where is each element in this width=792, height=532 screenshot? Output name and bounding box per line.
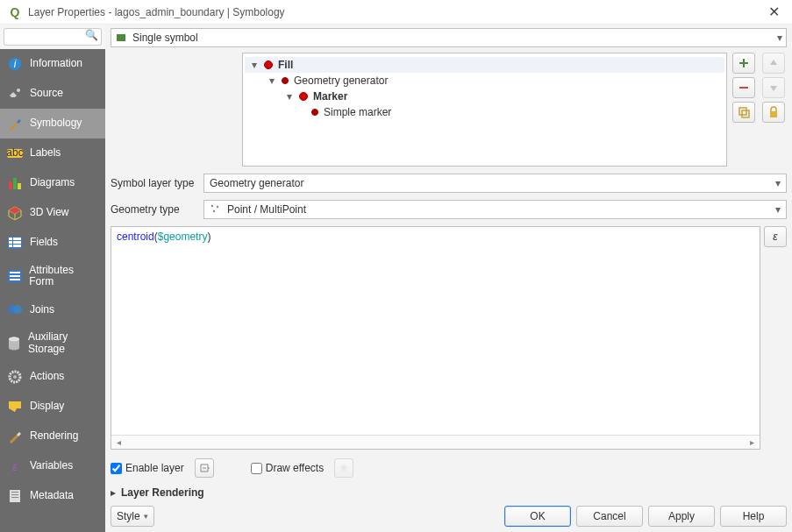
sidebar-item-variables[interactable]: εVariables — [0, 451, 105, 481]
expand-icon: ▸ — [111, 486, 116, 499]
enable-layer-checkbox[interactable]: Enable layer — [111, 462, 184, 474]
svg-rect-16 — [10, 272, 20, 273]
point-icon — [210, 203, 222, 216]
draw-effects-input[interactable] — [251, 463, 262, 474]
sidebar-item-symbology[interactable]: Symbology — [0, 109, 105, 138]
renderer-type-dropdown[interactable]: Single symbol ▾ — [111, 28, 787, 47]
help-button[interactable]: Help — [720, 506, 787, 527]
sidebar-item-labels[interactable]: abcLabels — [0, 138, 105, 168]
collapse-icon[interactable]: ▾ — [250, 60, 259, 69]
expression-editor[interactable]: centroid($geometry) ◂ ▸ — [111, 226, 760, 450]
sidebar-item-label: Diagrams — [30, 177, 75, 188]
svg-rect-11 — [9, 241, 12, 244]
sidebar-item-label: Display — [30, 401, 64, 412]
draw-effects-settings-button[interactable] — [334, 458, 353, 478]
main: 🔍 iInformation Source Symbology abcLabel… — [0, 25, 792, 532]
sidebar-item-display[interactable]: Display — [0, 392, 105, 422]
svg-rect-27 — [11, 492, 18, 493]
cube-icon — [7, 205, 23, 221]
tree-node-label: Simple marker — [324, 106, 391, 118]
scroll-right-icon[interactable]: ▸ — [746, 437, 758, 447]
enable-layer-input[interactable] — [111, 463, 122, 474]
display-icon — [7, 399, 23, 415]
cancel-button[interactable]: Cancel — [576, 506, 643, 527]
symbol-layer-type-label: Symbol layer type — [111, 177, 198, 189]
tree-node-fill[interactable]: ▾ Fill — [245, 57, 724, 73]
diagrams-icon — [7, 175, 23, 191]
svg-rect-13 — [9, 245, 12, 247]
qgis-app-icon: Q — [7, 4, 23, 20]
style-menu-button[interactable]: Style ▾ — [111, 506, 154, 527]
sidebar-item-label: Labels — [30, 147, 61, 159]
svg-point-20 — [13, 305, 22, 314]
ok-button[interactable]: OK — [504, 506, 571, 527]
collapse-icon[interactable]: ▾ — [268, 76, 276, 85]
svg-rect-33 — [770, 111, 777, 117]
lock-symbol-layer-button[interactable] — [762, 102, 785, 123]
geometry-type-dropdown[interactable]: Point / MultiPoint ▾ — [203, 200, 787, 219]
scroll-left-icon[interactable]: ◂ — [113, 437, 125, 447]
window-title: Layer Properties - lagos_admin_boundary … — [28, 6, 285, 18]
move-up-button[interactable] — [762, 53, 785, 74]
sidebar-search-input[interactable] — [4, 28, 102, 46]
enable-layer-label: Enable layer — [125, 462, 184, 474]
storage-icon — [7, 336, 21, 351]
sidebar-item-label: Attributes Form — [29, 265, 98, 287]
symbol-tree-wrap: ▾ Fill ▾ Geometry generator ▾ Marker — [111, 53, 727, 167]
layer-rendering-label: Layer Rendering — [121, 486, 204, 499]
sidebar-item-rendering[interactable]: Rendering — [0, 422, 105, 451]
sidebar-item-label: Symbology — [30, 117, 82, 129]
svg-rect-7 — [18, 183, 21, 189]
tree-node-simple-marker[interactable]: Simple marker — [245, 104, 724, 120]
symbol-tree-row: ▾ Fill ▾ Geometry generator ▾ Marker — [111, 53, 787, 167]
sidebar-item-metadata[interactable]: Metadata — [0, 481, 105, 511]
tree-node-marker[interactable]: ▾ Marker — [245, 89, 724, 104]
titlebar: Q Layer Properties - lagos_admin_boundar… — [0, 0, 792, 25]
apply-button[interactable]: Apply — [648, 506, 715, 527]
symbol-swatch — [264, 60, 273, 69]
sidebar-item-label: Fields — [30, 237, 58, 248]
svg-rect-5 — [9, 181, 12, 189]
symbol-swatch — [299, 92, 308, 101]
expression-fn: centroid — [117, 231, 154, 243]
tree-node-label: Marker — [313, 90, 347, 103]
sidebar-item-label: Auxiliary Storage — [28, 331, 98, 354]
layer-rendering-header[interactable]: ▸ Layer Rendering — [111, 486, 787, 499]
sidebar-item-information[interactable]: iInformation — [0, 49, 105, 79]
sidebar-item-auxiliary-storage[interactable]: Auxiliary Storage — [0, 324, 105, 361]
sidebar-item-label: Rendering — [30, 430, 78, 442]
svg-text:abc: abc — [7, 147, 23, 159]
sidebar-item-actions[interactable]: Actions — [0, 362, 105, 392]
source-icon — [7, 86, 23, 102]
sidebar-item-attributes-form[interactable]: Attributes Form — [0, 258, 105, 294]
draw-effects-checkbox[interactable]: Draw effects — [251, 462, 324, 474]
symbol-tree[interactable]: ▾ Fill ▾ Geometry generator ▾ Marker — [242, 53, 727, 167]
sidebar-search: 🔍 — [0, 25, 105, 49]
move-down-button[interactable] — [762, 77, 785, 98]
collapse-icon[interactable]: ▾ — [285, 92, 294, 101]
expression-builder-button[interactable]: ε — [764, 226, 787, 247]
expression-scrollbar[interactable]: ◂ ▸ — [111, 435, 760, 449]
sidebar-item-3dview[interactable]: 3D View — [0, 198, 105, 228]
duplicate-symbol-layer-button[interactable] — [732, 102, 755, 123]
sidebar-item-fields[interactable]: Fields — [0, 228, 105, 258]
symbol-layer-type-dropdown[interactable]: Geometry generator ▾ — [203, 174, 787, 193]
sidebar-item-label: Source — [30, 88, 63, 99]
enable-layer-override-button[interactable] — [195, 458, 214, 478]
layer-options-row: Enable layer Draw effects — [111, 458, 787, 478]
svg-point-2 — [17, 89, 20, 92]
close-icon[interactable]: ✕ — [763, 2, 785, 22]
remove-symbol-layer-button[interactable] — [732, 77, 755, 98]
renderer-type-value: Single symbol — [132, 32, 198, 44]
add-symbol-layer-button[interactable] — [732, 53, 755, 74]
svg-rect-32 — [742, 110, 749, 117]
sidebar-item-label: Information — [30, 58, 82, 69]
geometry-type-value: Point / MultiPoint — [227, 203, 306, 216]
svg-point-34 — [211, 205, 213, 207]
sidebar-item-source[interactable]: Source — [0, 79, 105, 109]
tree-node-geometry-generator[interactable]: ▾ Geometry generator — [245, 73, 724, 89]
sidebar-item-joins[interactable]: Joins — [0, 294, 105, 324]
sidebar-item-label: Variables — [30, 460, 73, 472]
chevron-down-icon: ▾ — [144, 512, 148, 521]
sidebar-item-diagrams[interactable]: Diagrams — [0, 168, 105, 198]
